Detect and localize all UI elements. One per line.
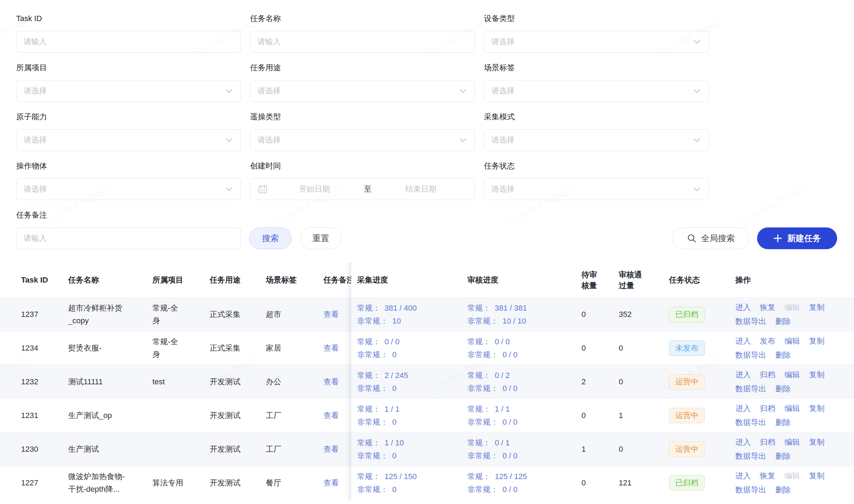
progress-regular-line: 常规：381 / 400 [357, 301, 417, 314]
chevron-down-icon [226, 135, 232, 142]
irregular-value: 0 / 0 [502, 384, 518, 393]
cell-collect-progress: 常规：1 / 10非常规：0 [351, 432, 467, 466]
collect-mode-select[interactable]: 请选择 [484, 129, 709, 151]
filter-label-device-type: 设备类型 [484, 13, 709, 24]
header-text: 采集进度 [357, 275, 388, 285]
archive-link[interactable]: 归档 [760, 368, 775, 381]
export-data-link[interactable]: 数据导出 [735, 382, 766, 395]
edit-link: 编辑 [784, 301, 800, 314]
edit-link[interactable]: 编辑 [784, 368, 800, 381]
regular-label: 常规： [357, 472, 380, 481]
edit-link: 编辑 [784, 469, 800, 482]
copy-link[interactable]: 复制 [809, 334, 825, 347]
create-task-button[interactable]: 新建任务 [757, 227, 837, 249]
archive-link[interactable]: 归档 [760, 402, 775, 415]
cell-review-progress: 常规：0 / 1非常规：0 / 0 [467, 432, 577, 466]
operate-object-select[interactable]: 请选择 [16, 178, 241, 200]
copy-link[interactable]: 复制 [809, 301, 825, 314]
progress-regular-line: 常规：0 / 0 [467, 335, 518, 348]
regular-value: 1 / 10 [385, 438, 404, 447]
progress-irregular-line: 非常规：0 [357, 382, 408, 395]
approved-count-value: 352 [619, 310, 632, 319]
edit-link[interactable]: 编辑 [784, 436, 800, 449]
enter-link[interactable]: 进入 [735, 469, 751, 482]
filter-label-task-name: 任务名称 [250, 13, 475, 24]
scene-tag-select[interactable]: 请选择 [484, 80, 709, 102]
irregular-value: 0 / 0 [502, 485, 518, 494]
cell-collect-progress: 常规：0 / 0非常规：0 [351, 331, 467, 365]
enter-link[interactable]: 进入 [735, 368, 751, 381]
view-remark-link[interactable]: 查看 [323, 478, 339, 488]
cell-scene: 家居 [257, 331, 315, 365]
filter-task-id: Task ID [16, 13, 241, 53]
global-search-button[interactable]: 全局搜索 [672, 227, 749, 249]
archive-link[interactable]: 归档 [760, 436, 775, 449]
copy-link[interactable]: 复制 [809, 402, 825, 415]
restore-link[interactable]: 恢复 [760, 469, 775, 482]
col-header-task-name: 任务名称 [60, 263, 144, 297]
filter-task-usage: 任务用途请选择 [250, 62, 475, 102]
header-text: 任务名称 [68, 274, 131, 286]
atomic-ability-select[interactable]: 请选择 [16, 129, 241, 151]
view-remark-link[interactable]: 查看 [323, 309, 339, 320]
end-date-placeholder: 结束日期 [374, 184, 467, 194]
task-status-select[interactable]: 请选择 [484, 178, 709, 200]
enter-link[interactable]: 进入 [735, 402, 751, 415]
regular-value: 1 / 1 [495, 405, 510, 413]
device-type-select[interactable]: 请选择 [484, 31, 709, 53]
delete-link[interactable]: 删除 [775, 450, 791, 463]
export-data-link[interactable]: 数据导出 [735, 450, 766, 463]
create-time-range-picker[interactable]: 开始日期至结束日期 [250, 178, 475, 200]
status-badge: 运营中 [669, 408, 705, 423]
action-links: 进入归档编辑复制数据导出删除 [735, 368, 847, 395]
review-progress-text: 常规：0 / 2非常规：0 / 0 [467, 369, 518, 395]
delete-link[interactable]: 删除 [775, 382, 791, 395]
cell-pending-count: 1 [577, 432, 615, 466]
calendar-icon [257, 184, 268, 194]
enter-link[interactable]: 进入 [735, 334, 751, 347]
export-data-link[interactable]: 数据导出 [735, 416, 766, 429]
view-remark-link[interactable]: 查看 [323, 444, 339, 455]
edit-link[interactable]: 编辑 [784, 334, 800, 347]
search-button[interactable]: 搜索 [249, 227, 291, 249]
select-placeholder: 请选择 [257, 86, 281, 96]
view-remark-link[interactable]: 查看 [323, 343, 339, 353]
view-remark-link[interactable]: 查看 [323, 410, 339, 421]
export-data-link[interactable]: 数据导出 [735, 483, 766, 496]
publish-link[interactable]: 发布 [760, 334, 775, 347]
copy-link[interactable]: 复制 [809, 436, 825, 449]
delete-link[interactable]: 删除 [775, 483, 791, 496]
reset-button[interactable]: 重置 [300, 227, 341, 249]
edit-link[interactable]: 编辑 [784, 402, 800, 415]
enter-link[interactable]: 进入 [735, 301, 751, 314]
cell-usage: 开发测试 [201, 432, 257, 466]
usage-value: 开发测试 [210, 444, 241, 455]
delete-link[interactable]: 删除 [775, 416, 791, 429]
task-remark-input[interactable] [16, 227, 241, 249]
restore-link[interactable]: 恢复 [760, 301, 775, 314]
view-remark-link[interactable]: 查看 [323, 377, 339, 387]
delete-link[interactable]: 删除 [775, 349, 791, 362]
delete-link[interactable]: 删除 [775, 315, 791, 328]
cell-pending-count: 0 [577, 466, 615, 499]
select-placeholder: 请选择 [491, 135, 514, 145]
progress-irregular-line: 非常规：0 [357, 449, 404, 462]
cell-project [144, 399, 201, 432]
task-id-input[interactable] [16, 31, 241, 53]
task-name-input[interactable] [250, 31, 475, 53]
copy-link[interactable]: 复制 [809, 469, 825, 482]
filter-label-project: 所属项目 [16, 62, 241, 73]
enter-link[interactable]: 进入 [735, 436, 751, 449]
cell-task-name: 生产测试_op [60, 399, 144, 432]
export-data-link[interactable]: 数据导出 [735, 349, 766, 362]
copy-link[interactable]: 复制 [809, 368, 825, 381]
collect-progress-text: 常规：1 / 10非常规：0 [357, 436, 404, 462]
irregular-label: 非常规： [467, 384, 498, 393]
export-data-link[interactable]: 数据导出 [735, 315, 766, 328]
teleop-type-select[interactable]: 请选择 [250, 129, 475, 151]
task-usage-select[interactable]: 请选择 [250, 80, 475, 102]
regular-value: 0 / 0 [495, 337, 510, 346]
cell-remark: 查看 [315, 365, 351, 398]
regular-label: 常规： [357, 337, 380, 346]
project-select[interactable]: 请选择 [16, 80, 241, 102]
